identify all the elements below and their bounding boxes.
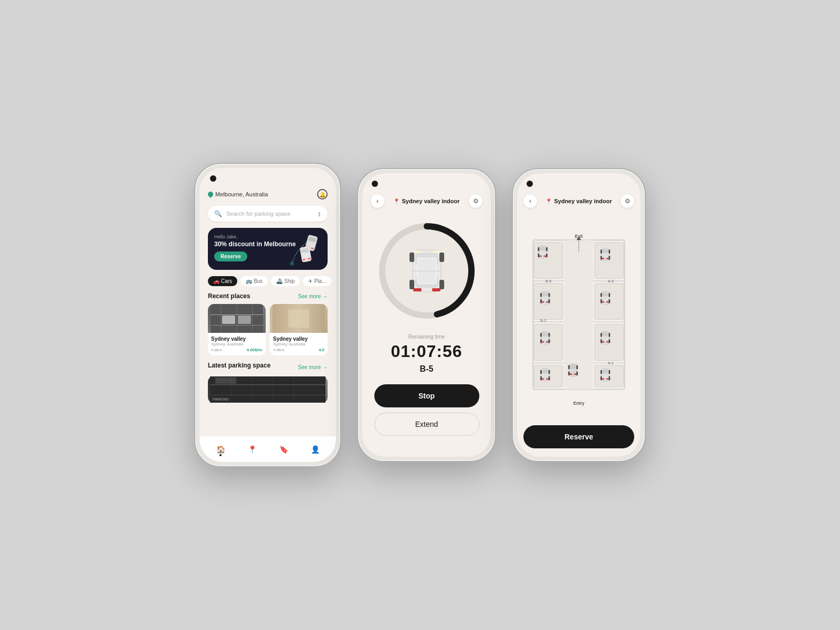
promo-reserve-button[interactable]: Reserve	[214, 251, 247, 261]
svg-rect-143	[576, 372, 578, 375]
phone3-back-icon: ‹	[529, 197, 531, 205]
svg-rect-123	[601, 333, 602, 337]
svg-rect-105	[608, 250, 610, 254]
nav-map[interactable]: 📍	[247, 444, 257, 455]
svg-rect-78	[540, 299, 542, 303]
recent-places-grid: Sydney valley Sydney, Australia 4.8km 4.…	[208, 304, 328, 355]
svg-rect-67	[546, 247, 548, 251]
svg-rect-64	[539, 256, 542, 257]
svg-text:A-3: A-3	[608, 279, 614, 284]
bell-icon[interactable]: 🔔	[317, 189, 328, 200]
bus-tab-icon: 🚌	[246, 278, 252, 284]
svg-rect-73	[542, 292, 548, 296]
phone1-header: Melbourne, Australia 🔔	[208, 189, 328, 200]
place-city-1: Sydney, Australia	[211, 342, 262, 346]
phone3-settings-button[interactable]: ⚙	[621, 194, 634, 208]
svg-rect-41	[433, 250, 440, 253]
location-row: Melbourne, Australia	[208, 191, 268, 197]
tab-ship[interactable]: 🚢 Ship	[271, 276, 300, 286]
svg-rect-133	[608, 370, 610, 374]
venue-pin-icon: 📍	[393, 198, 400, 204]
svg-rect-107	[608, 256, 610, 259]
svg-rect-28	[215, 377, 236, 384]
settings-button[interactable]: ⚙	[469, 194, 482, 208]
svg-point-0	[290, 261, 294, 266]
svg-rect-139	[574, 373, 576, 375]
svg-rect-82	[542, 332, 548, 336]
location-text: Melbourne, Australia	[215, 191, 268, 197]
phone3-back-button[interactable]: ‹	[523, 194, 537, 208]
remaining-label: Remaining time	[408, 334, 445, 340]
recent-title: Recent places	[208, 292, 250, 300]
svg-rect-95	[549, 370, 550, 374]
filter-icon[interactable]: ⫿	[318, 211, 321, 217]
phone3-header: ‹ 📍 Sydney valley indoor ⚙	[523, 194, 634, 208]
svg-rect-122	[606, 341, 609, 343]
svg-rect-39	[432, 288, 440, 291]
svg-rect-17	[238, 316, 251, 324]
latest-section-header: Latest parking space See more →	[208, 362, 328, 372]
camera-hole-2	[372, 181, 378, 187]
place-card-2[interactable]: Sydney valley Sydney, Australia 4.8km 4.…	[270, 304, 328, 355]
place-card-1[interactable]: Sydney valley Sydney, Australia 4.8km 4.…	[208, 304, 266, 355]
phone-parking-map: ‹ 📍 Sydney valley indoor ⚙	[512, 168, 646, 462]
phone2-header: ‹ 📍 Sydney valley indoor ⚙	[371, 194, 482, 208]
svg-rect-86	[549, 333, 550, 337]
nav-home[interactable]: 🏠	[215, 444, 226, 455]
svg-rect-79	[549, 299, 550, 303]
svg-rect-135	[608, 376, 610, 380]
svg-rect-94	[540, 370, 542, 374]
svg-text:A-1: A-1	[608, 361, 614, 365]
svg-rect-130	[602, 379, 605, 380]
svg-rect-68	[538, 254, 540, 257]
svg-rect-129	[602, 370, 608, 373]
svg-rect-16	[222, 316, 235, 324]
phone3-settings-icon: ⚙	[625, 197, 631, 205]
reserve-button[interactable]: Reserve	[523, 425, 634, 448]
location-pin-icon	[207, 191, 214, 198]
camera-hole-3	[527, 181, 533, 187]
svg-rect-83	[542, 341, 544, 343]
search-placeholder: Search for parking space	[226, 211, 314, 217]
svg-rect-96	[540, 376, 542, 380]
latest-see-more[interactable]: See more →	[298, 364, 328, 370]
extend-button[interactable]: Extend	[374, 413, 479, 436]
car-top-view	[408, 242, 445, 300]
svg-rect-75	[546, 301, 549, 303]
place-image-2	[270, 304, 328, 333]
svg-rect-38	[413, 288, 422, 291]
tab-cars[interactable]: 🚗 Cars	[208, 276, 237, 286]
phone-timer: ‹ 📍 Sydney valley indoor ⚙	[357, 168, 496, 462]
svg-rect-142	[568, 372, 570, 375]
recent-see-more[interactable]: See more →	[298, 293, 328, 299]
phone3-venue-pin-icon: 📍	[545, 198, 552, 204]
tab-bus[interactable]: 🚌 Bus	[240, 276, 268, 286]
back-icon: ‹	[376, 197, 379, 205]
svg-rect-45	[410, 280, 414, 289]
svg-rect-102	[602, 258, 605, 259]
back-button[interactable]: ‹	[371, 194, 384, 208]
nav-bookmarks[interactable]: 🔖	[278, 444, 289, 455]
stop-button[interactable]: Stop	[374, 384, 479, 407]
svg-rect-115	[601, 299, 602, 303]
place-image-1	[208, 304, 266, 333]
bottom-nav: 🏠 📍 🔖 👤	[200, 436, 336, 462]
place-price-2: 4.0	[319, 348, 324, 352]
svg-rect-69	[546, 254, 548, 257]
tab-plane[interactable]: ✈ Pla...	[303, 276, 331, 286]
ship-tab-icon: 🚢	[276, 278, 282, 284]
nav-profile[interactable]: 👤	[310, 444, 320, 455]
place-dist-2: 4.8km	[273, 348, 285, 352]
search-bar[interactable]: 🔍 Search for parking space ⫿	[208, 206, 328, 222]
svg-rect-76	[540, 293, 542, 297]
svg-rect-40	[413, 250, 421, 253]
svg-rect-106	[601, 256, 602, 259]
parking-map: Exit Entry B-5	[523, 215, 634, 419]
svg-rect-43	[410, 253, 414, 262]
svg-rect-66	[538, 247, 540, 251]
svg-rect-141	[576, 365, 578, 369]
svg-rect-116	[608, 299, 610, 303]
camera-hole-1	[210, 175, 216, 182]
svg-text:Entry: Entry	[573, 401, 585, 406]
parking-layout-svg: Exit Entry B-5	[523, 215, 634, 419]
